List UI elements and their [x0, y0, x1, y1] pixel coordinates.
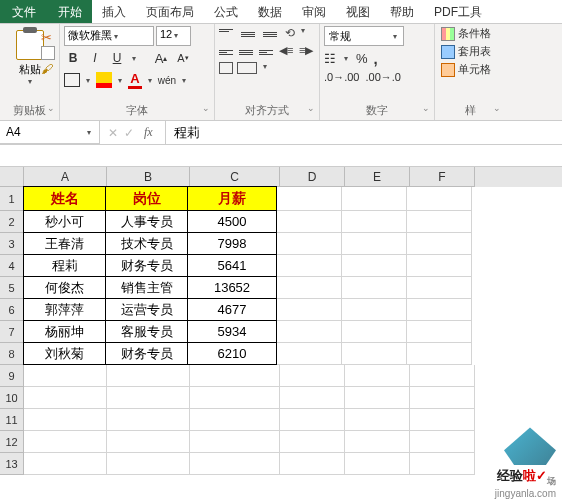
font-name-select[interactable]: 微软雅黑▾	[64, 26, 154, 46]
cell[interactable]	[345, 365, 410, 387]
align-left-button[interactable]	[219, 44, 235, 60]
cell[interactable]: 6210	[187, 342, 277, 365]
cell[interactable]: 技术专员	[105, 232, 188, 255]
cell[interactable]	[24, 431, 107, 453]
cell[interactable]	[345, 387, 410, 409]
increase-indent-button[interactable]: ≡▶	[299, 44, 315, 60]
cell[interactable]	[342, 321, 407, 343]
cell[interactable]	[24, 387, 107, 409]
tab-view[interactable]: 视图	[336, 0, 380, 23]
cell[interactable]	[107, 453, 190, 475]
decrease-font-button[interactable]: A▾	[174, 48, 192, 68]
cancel-icon[interactable]: ✕	[108, 126, 118, 140]
conditional-format-button[interactable]: 条件格	[441, 26, 501, 41]
cell[interactable]	[280, 453, 345, 475]
fx-icon[interactable]: fx	[140, 125, 157, 140]
font-color-button[interactable]: A	[128, 71, 142, 89]
chevron-down-icon[interactable]: ▾	[261, 62, 269, 74]
format-as-table-button[interactable]: 套用表	[441, 44, 501, 59]
row-header[interactable]: 13	[0, 453, 24, 475]
cell[interactable]	[407, 211, 472, 233]
cell[interactable]	[342, 299, 407, 321]
row-header[interactable]: 10	[0, 387, 24, 409]
cell[interactable]	[342, 277, 407, 299]
cell[interactable]: 姓名	[23, 186, 106, 211]
cell[interactable]	[277, 255, 342, 277]
merge-button[interactable]	[237, 62, 257, 74]
align-middle-button[interactable]	[241, 26, 259, 42]
cell[interactable]: 5641	[187, 254, 277, 277]
cell[interactable]	[410, 453, 475, 475]
cell[interactable]: 运营专员	[105, 298, 188, 321]
tab-page-layout[interactable]: 页面布局	[136, 0, 204, 23]
orientation-button[interactable]: ⟲	[285, 26, 295, 42]
align-top-button[interactable]	[219, 26, 237, 42]
cell[interactable]	[107, 365, 190, 387]
decrease-decimal-button[interactable]: .00→.0	[365, 71, 400, 83]
cell[interactable]: 4500	[187, 210, 277, 233]
cell[interactable]	[277, 277, 342, 299]
row-header[interactable]: 4	[0, 255, 24, 277]
cell[interactable]: 岗位	[105, 186, 188, 211]
cell[interactable]	[410, 387, 475, 409]
cell[interactable]: 秒小可	[23, 210, 106, 233]
tab-file[interactable]: 文件	[0, 0, 48, 23]
cell[interactable]	[407, 187, 472, 211]
select-all-corner[interactable]	[0, 167, 24, 187]
cell[interactable]	[342, 233, 407, 255]
cell[interactable]	[342, 187, 407, 211]
cell[interactable]: 何俊杰	[23, 276, 106, 299]
tab-data[interactable]: 数据	[248, 0, 292, 23]
bold-button[interactable]: B	[64, 48, 82, 68]
chevron-down-icon[interactable]: ▾	[299, 26, 307, 42]
increase-font-button[interactable]: A▴	[152, 48, 170, 68]
cut-icon[interactable]: ✂	[41, 30, 55, 44]
row-header[interactable]: 7	[0, 321, 24, 343]
tab-insert[interactable]: 插入	[92, 0, 136, 23]
phonetic-button[interactable]: wén	[158, 70, 176, 90]
cell[interactable]: 客服专员	[105, 320, 188, 343]
chevron-down-icon[interactable]: ▾	[180, 76, 188, 85]
accept-icon[interactable]: ✓	[124, 126, 134, 140]
cell[interactable]	[342, 343, 407, 365]
formula-bar[interactable]: 程莉	[166, 121, 562, 144]
font-size-select[interactable]: 12▾	[156, 26, 191, 46]
row-header[interactable]: 2	[0, 211, 24, 233]
number-format-select[interactable]: 常规▾	[324, 26, 404, 46]
cell[interactable]: 人事专员	[105, 210, 188, 233]
row-header[interactable]: 6	[0, 299, 24, 321]
cell[interactable]	[24, 409, 107, 431]
tab-help[interactable]: 帮助	[380, 0, 424, 23]
cell[interactable]	[345, 409, 410, 431]
align-right-button[interactable]	[259, 44, 275, 60]
fill-color-button[interactable]	[96, 72, 112, 88]
cell[interactable]	[280, 365, 345, 387]
row-header[interactable]: 9	[0, 365, 24, 387]
chevron-down-icon[interactable]: ▾	[26, 77, 34, 86]
chevron-down-icon[interactable]: ▾	[84, 76, 92, 85]
tab-review[interactable]: 审阅	[292, 0, 336, 23]
cell[interactable]	[277, 299, 342, 321]
cell-styles-button[interactable]: 单元格	[441, 62, 501, 77]
chevron-down-icon[interactable]: ▾	[130, 54, 138, 63]
cell[interactable]	[277, 187, 342, 211]
cell[interactable]: 4677	[187, 298, 277, 321]
chevron-down-icon[interactable]: ▾	[342, 54, 350, 63]
align-bottom-button[interactable]	[263, 26, 281, 42]
cell[interactable]	[407, 343, 472, 365]
tab-home[interactable]: 开始	[48, 0, 92, 23]
col-header[interactable]: C	[190, 167, 280, 187]
cell[interactable]: 财务专员	[105, 342, 188, 365]
col-header[interactable]: F	[410, 167, 475, 187]
cell[interactable]	[190, 365, 280, 387]
row-header[interactable]: 11	[0, 409, 24, 431]
currency-button[interactable]: ☷	[324, 51, 336, 66]
cell[interactable]	[277, 321, 342, 343]
chevron-down-icon[interactable]: ▾	[116, 76, 124, 85]
chevron-down-icon[interactable]: ▾	[146, 76, 154, 85]
cell[interactable]: 杨丽坤	[23, 320, 106, 343]
cell[interactable]	[190, 409, 280, 431]
cell[interactable]	[280, 409, 345, 431]
format-painter-icon[interactable]: 🖌	[41, 62, 55, 76]
cell[interactable]: 王春清	[23, 232, 106, 255]
